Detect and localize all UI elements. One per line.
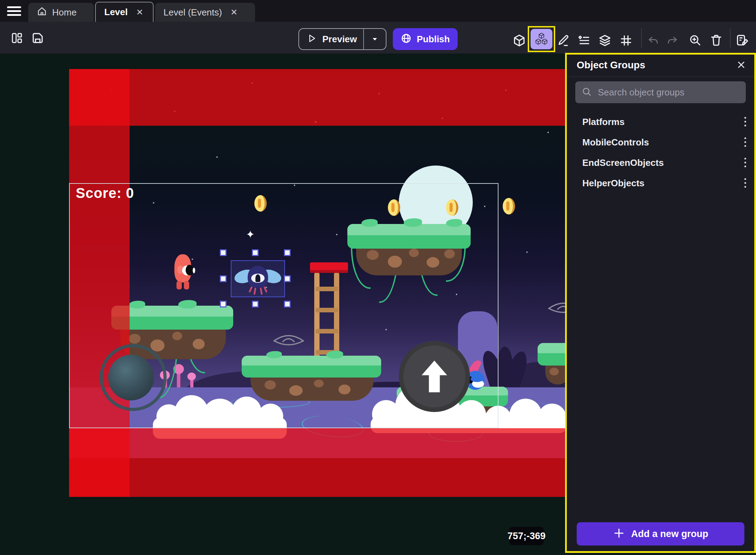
objects-cube-icon[interactable]: [513, 34, 526, 47]
selection-rectangle[interactable]: [231, 260, 285, 297]
play-icon: [307, 33, 317, 45]
object-groups-panel: Object Groups Platforms MobileControls E…: [565, 53, 756, 553]
trash-icon[interactable]: [709, 33, 723, 47]
jump-button[interactable]: [399, 341, 470, 412]
plus-icon: [613, 527, 625, 541]
selection-handle[interactable]: [220, 301, 227, 307]
coin: [503, 198, 515, 214]
bounds-band-top: [69, 69, 566, 126]
enemy-leg: [264, 286, 268, 293]
preview-dropdown-button[interactable]: [364, 29, 386, 49]
enemy-pupil: [255, 274, 260, 282]
divider: [641, 28, 642, 48]
close-tab-icon[interactable]: ✕: [230, 7, 237, 17]
enemy-leg: [253, 288, 256, 295]
grid-icon[interactable]: [619, 34, 633, 47]
platform-grass: [538, 343, 566, 366]
add-group-button[interactable]: Add a new group: [577, 522, 744, 545]
enemy-leg: [260, 288, 262, 295]
add-group-label: Add a new group: [631, 529, 708, 540]
zoom-in-icon[interactable]: [689, 34, 701, 46]
object-group-row[interactable]: HelperObjects: [567, 173, 754, 193]
save-icon[interactable]: [31, 31, 44, 45]
joystick-knob[interactable]: [108, 355, 154, 400]
panel-header: Object Groups: [567, 55, 754, 77]
app-window: Home Level ✕ Level (Events) ✕ Preview: [0, 0, 756, 555]
selection-handle[interactable]: [284, 249, 291, 256]
highlight-annotation: [528, 26, 555, 52]
group-name: EndScreenObjects: [582, 157, 664, 168]
search-box[interactable]: [575, 81, 746, 103]
close-tab-icon[interactable]: ✕: [136, 7, 143, 17]
eye-decoration: [547, 297, 566, 316]
object-group-row[interactable]: Platforms: [567, 112, 754, 132]
selection-handle[interactable]: [252, 249, 259, 256]
selection-handle[interactable]: [220, 249, 227, 256]
bounds-band-bottom: [69, 428, 566, 497]
more-options-icon[interactable]: [744, 178, 746, 188]
group-name: MobileControls: [582, 137, 649, 148]
group-name: Platforms: [582, 117, 625, 127]
search-icon: [582, 87, 591, 98]
undo-icon[interactable]: [646, 34, 659, 46]
object-groups-icon[interactable]: [531, 29, 552, 49]
preview-label: Preview: [322, 34, 357, 45]
project-manager-icon[interactable]: [11, 32, 23, 44]
panel-title: Object Groups: [577, 60, 645, 71]
layers-icon[interactable]: [598, 34, 612, 47]
preview-button[interactable]: Preview: [298, 28, 386, 50]
selection-handle[interactable]: [252, 301, 259, 307]
more-options-icon[interactable]: [744, 158, 746, 168]
more-options-icon[interactable]: [744, 137, 746, 147]
globe-icon: [401, 33, 412, 45]
toolbar: Preview Publish: [0, 22, 756, 54]
instances-list-icon[interactable]: [577, 34, 591, 47]
tab-label: Level: [104, 7, 128, 18]
group-name: HelperObjects: [582, 178, 644, 189]
tab-level-events[interactable]: Level (Events) ✕: [155, 3, 255, 22]
score-text: Score: 0: [76, 185, 134, 201]
object-group-row[interactable]: EndScreenObjects: [567, 152, 754, 173]
hamburger-menu-icon[interactable]: [7, 6, 21, 16]
cursor-coordinates-badge: 757;-369: [509, 527, 544, 545]
scene-properties-icon[interactable]: [736, 33, 749, 47]
more-options-icon[interactable]: [744, 117, 746, 127]
divider: [730, 28, 731, 48]
search-input[interactable]: [597, 87, 739, 98]
tab-home[interactable]: Home: [28, 3, 94, 22]
redo-icon[interactable]: [667, 34, 680, 46]
home-icon: [37, 6, 47, 19]
publish-label: Publish: [417, 34, 450, 45]
selection-handle[interactable]: [284, 301, 291, 307]
object-group-row[interactable]: MobileControls: [567, 132, 754, 152]
selection-handle[interactable]: [220, 275, 227, 282]
close-icon[interactable]: [736, 60, 746, 71]
tab-bar: Home Level ✕ Level (Events) ✕: [0, 0, 756, 22]
publish-button[interactable]: Publish: [393, 28, 458, 50]
edit-pencil-icon[interactable]: [557, 33, 570, 47]
enemy-leg: [249, 286, 253, 293]
selection-handle[interactable]: [284, 275, 291, 282]
tab-label: Home: [52, 7, 76, 18]
tab-label: Level (Events): [163, 7, 222, 18]
tab-level[interactable]: Level ✕: [95, 2, 154, 22]
